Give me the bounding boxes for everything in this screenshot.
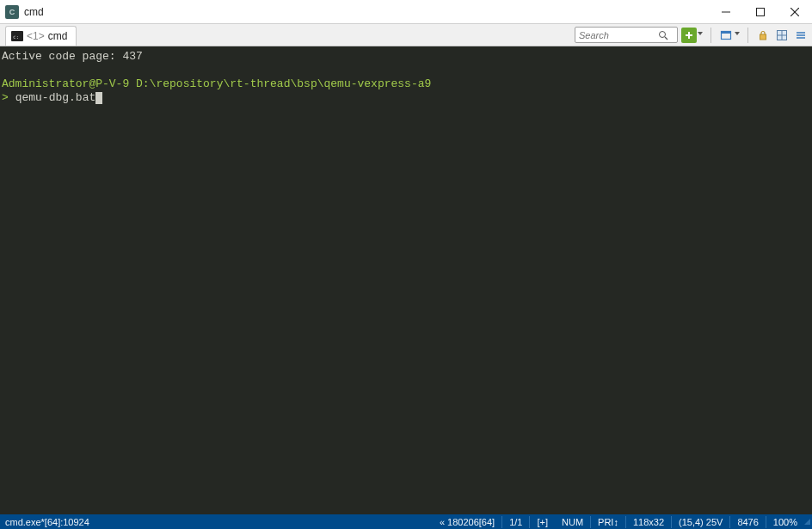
status-plus: [+]	[530, 517, 555, 527]
svg-line-5	[665, 37, 667, 40]
tab-label: cmd	[48, 30, 68, 42]
window-title: cmd	[24, 6, 44, 18]
svg-rect-1	[757, 8, 765, 15]
terminal-user-host: Administrator@P-V-9	[2, 77, 129, 90]
minimize-button[interactable]	[709, 0, 743, 24]
close-button[interactable]	[778, 0, 812, 24]
status-zoom[interactable]: 100%	[766, 517, 804, 527]
terminal-line-codepage: Active code page: 437	[2, 50, 143, 63]
titlebar: C cmd	[0, 0, 812, 24]
status-cursor-pos: (15,4) 25V	[672, 517, 729, 527]
tab-index: <1>	[27, 30, 45, 42]
status-num: NUM	[555, 517, 590, 527]
console-icon: c:	[11, 31, 23, 41]
new-console-button[interactable]	[681, 28, 697, 43]
status-dims: 118x32	[626, 517, 671, 527]
resize-grip-icon[interactable]	[804, 519, 810, 525]
terminal-prompt: >	[2, 91, 9, 104]
status-pages: 1/1	[502, 517, 529, 527]
menu-icon	[795, 29, 807, 41]
status-mem: 8476	[730, 517, 765, 527]
grid-icon	[776, 29, 788, 41]
search-box[interactable]	[575, 27, 678, 43]
terminal-cwd: D:\repository\rt-thread\bsp\qemu-vexpres…	[136, 77, 431, 90]
lock-icon	[757, 29, 769, 41]
chevron-down-icon[interactable]	[735, 32, 740, 35]
statusbar: cmd.exe*[64]:10924 « 180206[64] 1/1 [+] …	[0, 514, 812, 529]
search-icon	[658, 30, 668, 40]
tabbar: c: <1> cmd	[0, 24, 812, 46]
svg-point-4	[660, 31, 666, 37]
status-prefix: « 180206[64]	[433, 517, 501, 527]
status-process: cmd.exe*[64]:10924	[2, 517, 89, 527]
split-view-button[interactable]	[774, 28, 790, 43]
app-icon: C	[5, 5, 19, 19]
terminal-cursor	[95, 92, 102, 104]
svg-rect-9	[722, 31, 731, 34]
maximize-button[interactable]	[743, 0, 778, 24]
tab-cmd[interactable]: c: <1> cmd	[5, 26, 77, 46]
chevron-down-icon[interactable]	[698, 32, 703, 35]
search-input[interactable]	[579, 30, 658, 40]
menu-button[interactable]	[793, 28, 809, 43]
terminal[interactable]: Active code page: 437 Administrator@P-V-…	[0, 46, 812, 514]
window-mode-button[interactable]	[718, 28, 734, 43]
terminal-command: qemu-dbg.bat	[15, 91, 96, 104]
status-pri: PRI↕	[591, 517, 625, 527]
lock-button[interactable]	[755, 28, 771, 43]
svg-rect-10	[760, 34, 766, 40]
